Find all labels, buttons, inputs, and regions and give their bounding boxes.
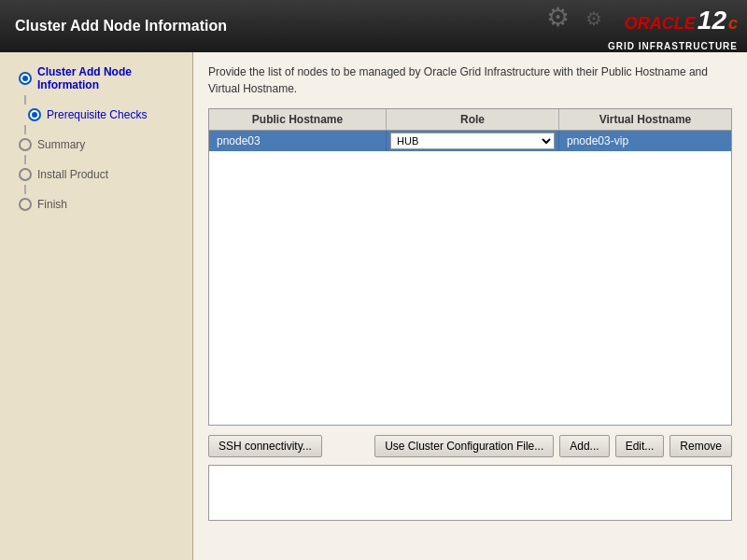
content-area: Provide the list of nodes to be managed … bbox=[193, 52, 747, 560]
sidebar-label-cluster: Cluster Add Node Information bbox=[37, 65, 185, 91]
oracle-version-text: 12 bbox=[698, 6, 726, 35]
gear-decorative-icon: ⚙ bbox=[546, 2, 570, 33]
bottom-text-area bbox=[208, 465, 732, 521]
sidebar-circle-install bbox=[19, 168, 32, 181]
sidebar-item-summary[interactable]: Summary bbox=[0, 134, 192, 155]
sidebar-label-prereq: Prerequisite Checks bbox=[47, 108, 147, 121]
cell-virtual-hostname: pnode03-vip bbox=[559, 131, 731, 151]
oracle-version-c: c bbox=[728, 14, 738, 34]
header-title: Cluster Add Node Information bbox=[15, 18, 227, 35]
sidebar-item-finish[interactable]: Finish bbox=[0, 194, 192, 215]
sidebar-circle-cluster bbox=[19, 72, 32, 85]
sidebar-connector-4 bbox=[24, 185, 26, 194]
remove-button[interactable]: Remove bbox=[669, 435, 732, 457]
col-public-hostname: Public Hostname bbox=[209, 109, 387, 130]
col-virtual-hostname: Virtual Hostname bbox=[559, 109, 731, 130]
table-row[interactable]: pnode03 HUB LEAF pnode03-vip bbox=[209, 131, 731, 151]
sidebar: Cluster Add Node Information Prerequisit… bbox=[0, 52, 193, 560]
sidebar-item-install[interactable]: Install Product bbox=[0, 164, 192, 185]
sidebar-item-prerequisite[interactable]: Prerequisite Checks bbox=[0, 105, 192, 125]
col-role: Role bbox=[387, 109, 559, 130]
sidebar-circle-finish bbox=[19, 198, 32, 211]
sidebar-label-finish: Finish bbox=[37, 198, 67, 211]
main-layout: Cluster Add Node Information Prerequisit… bbox=[0, 52, 747, 560]
node-table: Public Hostname Role Virtual Hostname pn… bbox=[208, 108, 732, 426]
right-buttons: Use Cluster Configuration File... Add...… bbox=[374, 435, 732, 457]
sidebar-circle-prereq bbox=[28, 108, 41, 121]
cell-role: HUB LEAF bbox=[387, 131, 559, 151]
edit-button[interactable]: Edit... bbox=[615, 435, 665, 457]
ssh-connectivity-button[interactable]: SSH connectivity... bbox=[208, 435, 322, 457]
oracle-logo: ORACLE 12 c GRID INFRASTRUCTURE bbox=[608, 6, 738, 51]
oracle-sub-text: GRID INFRASTRUCTURE bbox=[608, 41, 738, 51]
oracle-brand-text: ORACLE bbox=[625, 14, 696, 34]
use-cluster-config-button[interactable]: Use Cluster Configuration File... bbox=[374, 435, 554, 457]
sidebar-connector-3 bbox=[24, 155, 26, 164]
cell-public-hostname: pnode03 bbox=[209, 131, 387, 151]
sidebar-label-summary: Summary bbox=[37, 138, 85, 151]
gear-small-icon: ⚙ bbox=[585, 7, 602, 30]
add-button[interactable]: Add... bbox=[559, 435, 609, 457]
sidebar-circle-summary bbox=[19, 138, 32, 151]
table-header: Public Hostname Role Virtual Hostname bbox=[209, 109, 731, 131]
sidebar-label-install: Install Product bbox=[37, 168, 108, 181]
sidebar-connector-1 bbox=[24, 95, 26, 105]
header: Cluster Add Node Information ⚙ ⚙ ORACLE … bbox=[0, 0, 747, 52]
action-buttons-row: SSH connectivity... Use Cluster Configur… bbox=[208, 435, 732, 457]
sidebar-connector-2 bbox=[24, 125, 26, 134]
content-description: Provide the list of nodes to be managed … bbox=[208, 63, 732, 97]
role-dropdown[interactable]: HUB LEAF bbox=[390, 133, 555, 149]
sidebar-item-cluster-add-node[interactable]: Cluster Add Node Information bbox=[0, 62, 192, 95]
